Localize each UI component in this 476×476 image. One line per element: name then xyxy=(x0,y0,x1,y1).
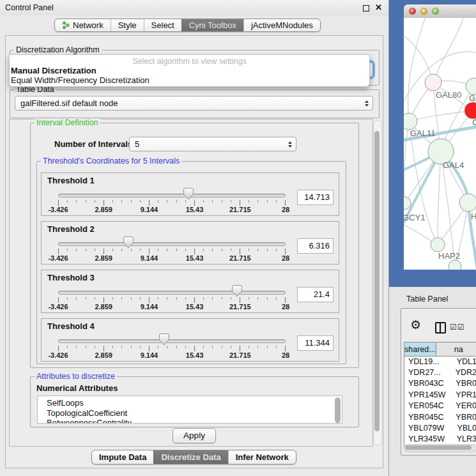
table-cell[interactable]: YLR3 xyxy=(452,434,476,443)
attribute-item[interactable]: BetweennessCentrality xyxy=(47,418,342,424)
group-title: Threshold's Coordinates for 5 Intervals xyxy=(41,157,181,165)
attribute-item[interactable]: SelfLoops xyxy=(47,398,342,408)
attribute-item[interactable]: TopologicalCoefficient xyxy=(47,408,342,418)
vertical-scrollbar[interactable] xyxy=(373,120,382,445)
scrollbar-thumb[interactable] xyxy=(374,131,380,431)
column-header-shared[interactable]: shared... xyxy=(404,342,436,356)
tab-style[interactable]: Style xyxy=(111,19,144,31)
threshold-value-field[interactable]: 21.4 xyxy=(297,287,334,302)
tab-infer-network[interactable]: Infer Network xyxy=(228,450,296,464)
table-row[interactable]: YDL19...YDL1 xyxy=(404,356,476,367)
scrollbar-thumb[interactable] xyxy=(405,445,472,450)
slider-thumb[interactable] xyxy=(183,188,194,200)
horizontal-scrollbar[interactable] xyxy=(404,444,476,452)
list-scrollbar-thumb[interactable] xyxy=(335,397,341,423)
tab-impute-data[interactable]: Impute Data xyxy=(92,450,153,464)
number-of-intervals-combo[interactable]: 5 xyxy=(129,137,296,151)
table-row[interactable]: YER054CYER0 xyxy=(404,401,476,411)
table-cell[interactable]: YBR043C xyxy=(404,379,451,388)
numerical-attributes-list[interactable]: SelfLoopsTopologicalCoefficientBetweenne… xyxy=(37,395,342,424)
table-panel: Table Panel ⚙ ☑☑ shared... na YDL19...YD… xyxy=(389,287,476,476)
table-cell[interactable]: YDL1 xyxy=(452,357,476,366)
tab-select[interactable]: Select xyxy=(144,19,181,31)
table-cell[interactable]: YER0 xyxy=(451,401,476,410)
network-node[interactable] xyxy=(425,74,441,91)
network-node[interactable] xyxy=(466,78,476,95)
tab-cyni-toolbox[interactable]: Cyni Toolbox xyxy=(181,19,243,31)
slider-tick-labels: -3.426 2.859 9.144 15.43 21.715 28 xyxy=(58,254,286,262)
threshold-slider[interactable]: -3.426 2.859 9.144 15.43 21.715 28 xyxy=(58,270,286,314)
combo-value: 5 xyxy=(135,139,139,149)
table-cell[interactable]: YBR0 xyxy=(451,413,476,422)
tab-jactivemnodules[interactable]: jActiveMNodules xyxy=(243,19,320,31)
network-window-titlebar xyxy=(404,4,476,19)
column-header-name[interactable]: na xyxy=(436,342,476,356)
table-data-combo[interactable]: galFiltered.sif default node xyxy=(15,96,373,111)
slider-track[interactable] xyxy=(58,194,286,197)
slider-track[interactable] xyxy=(58,339,286,343)
mac-zoom-icon[interactable] xyxy=(432,8,439,15)
table-cell[interactable]: YER054C xyxy=(404,401,451,410)
node-label: C xyxy=(472,118,476,127)
panel-title: Control Panel xyxy=(5,3,54,12)
tab-network[interactable]: Network xyxy=(55,19,111,31)
slider-ticks xyxy=(58,346,286,351)
thresholds-container: Threshold 1 -3.426 2.859 9.144 15.43 21.… xyxy=(41,173,339,362)
slider-thumb[interactable] xyxy=(123,236,134,249)
network-node[interactable] xyxy=(449,260,461,270)
threshold-slider[interactable]: -3.426 2.859 9.144 15.43 21.715 28 xyxy=(58,222,286,265)
slider-track[interactable] xyxy=(58,291,286,295)
mac-close-icon[interactable] xyxy=(409,8,416,15)
popup-option-equal-width-frequency[interactable]: Equal Width/Frequency Discretization xyxy=(11,75,150,85)
network-node[interactable] xyxy=(404,197,411,210)
table-cell[interactable]: YBR045C xyxy=(404,413,451,422)
mac-minimize-icon[interactable] xyxy=(420,8,427,15)
table-row[interactable]: YBR043CYBR0 xyxy=(404,378,476,389)
network-node[interactable] xyxy=(404,113,417,130)
table-row[interactable]: YLR345WYLR3 xyxy=(404,434,476,445)
close-window-icon[interactable]: ✕ xyxy=(375,3,382,12)
table-row[interactable]: YPR145WYPR1 xyxy=(404,389,476,400)
gear-icon[interactable]: ⚙ xyxy=(410,319,421,331)
slider-thumb[interactable] xyxy=(232,285,242,297)
node-label: HAP2 xyxy=(438,251,460,261)
apply-button[interactable]: Apply xyxy=(173,428,216,443)
slider-thumb[interactable] xyxy=(159,334,169,346)
control-panel-titlebar: Control Panel ✕ xyxy=(0,0,388,15)
table-row[interactable]: YBL079WYBL0 xyxy=(404,422,476,433)
table-row[interactable]: YDR27...YDR2 xyxy=(404,367,476,378)
numerical-attributes-label: Numerical Attributes xyxy=(36,383,118,393)
threshold-slider[interactable]: -3.426 2.859 9.144 15.43 21.715 28 xyxy=(58,173,286,217)
tab-discretize-data[interactable]: Discretize Data xyxy=(153,450,227,464)
network-canvas[interactable]: GAL80GACGAL11GAL4GCY1HHAP2 xyxy=(404,18,476,270)
checkboxes-icon[interactable]: ☑☑ xyxy=(450,323,465,332)
network-node[interactable] xyxy=(431,238,445,252)
table-cell[interactable]: YBL079W xyxy=(404,424,452,433)
threshold-panel: Threshold 4 -3.426 2.859 9.144 15.43 21.… xyxy=(41,318,339,362)
table-cell[interactable]: YPR1 xyxy=(451,390,476,399)
table-cell[interactable]: YLR345W xyxy=(404,434,452,443)
slider-tick-labels: -3.426 2.859 9.144 15.43 21.715 28 xyxy=(58,303,286,311)
group-title: Attributes to discretize xyxy=(35,372,117,381)
float-window-icon[interactable] xyxy=(363,5,369,12)
table-cell[interactable]: YDR27... xyxy=(404,368,451,377)
node-label: H xyxy=(471,211,476,221)
slider-track[interactable] xyxy=(58,242,286,246)
table-row[interactable]: YBR045CYBR0 xyxy=(404,411,476,422)
table-cell[interactable]: YDL19... xyxy=(404,357,452,366)
table-cell[interactable]: YBL0 xyxy=(452,424,476,433)
table-cell[interactable]: YBR0 xyxy=(451,379,476,388)
threshold-value-field[interactable]: 14.713 xyxy=(297,190,334,205)
table-cell[interactable]: YPR145W xyxy=(404,390,451,399)
network-node[interactable] xyxy=(459,194,476,211)
threshold-slider[interactable]: -3.426 2.859 9.144 15.43 21.715 28 xyxy=(58,319,286,362)
number-of-intervals-label: Number of Intervals xyxy=(54,139,132,149)
table-body: YDL19...YDL1YDR27...YDR2YBR043CYBR0YPR14… xyxy=(404,356,476,447)
threshold-value-field[interactable]: 6.316 xyxy=(297,238,334,254)
network-icon xyxy=(62,21,70,29)
popup-option-manual-discretization[interactable]: Manual Discretization xyxy=(11,66,96,75)
columns-icon[interactable] xyxy=(435,322,446,334)
threshold-value-field[interactable]: 11.344 xyxy=(297,335,334,351)
table-cell[interactable]: YDR2 xyxy=(451,368,476,377)
network-node[interactable] xyxy=(464,102,476,119)
